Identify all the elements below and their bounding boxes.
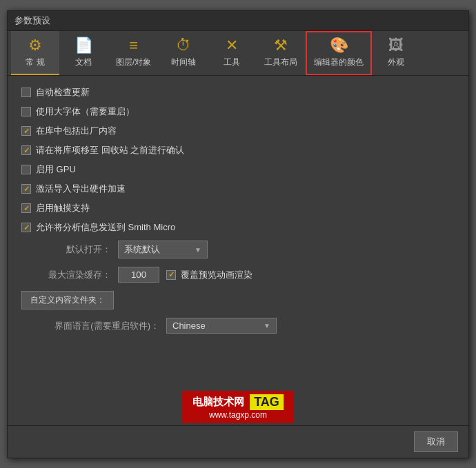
tab-appearance[interactable]: 🖼 外观 [372,31,420,75]
default-open-dropdown[interactable]: 系统默认 ▼ [118,241,208,258]
option-touch-support: 启用触摸支持 [21,202,455,214]
tab-toolslayout-label: 工具布局 [264,57,297,68]
form-row-custom-folder: 自定义内容文件夹： [21,291,455,309]
window-title: 参数预设 [14,15,50,26]
option-auto-check: 自动检查更新 [21,86,455,99]
tab-document-label: 文档 [75,57,92,68]
form-row-default-open: 默认打开： 系统默认 ▼ [21,241,455,258]
tab-general-label: 常 规 [26,57,44,68]
form-row-max-render: 最大渲染缓存： 覆盖预览动画渲染 [21,267,455,283]
timeline-icon: ⏱ [176,37,191,54]
label-big-font: 使用大字体（需要重启） [36,105,135,118]
tab-timeline-label: 时间轴 [171,57,196,68]
language-dropdown[interactable]: Chinese ▼ [166,318,277,334]
cb-big-font[interactable] [21,107,31,116]
tag-badge: TAG [250,394,284,410]
cb-hardware-accel[interactable] [21,184,31,194]
default-open-label: 默认打开： [21,243,111,256]
language-label: 界面语言(需要重启软件)： [21,320,159,332]
cb-include-factory[interactable] [21,126,31,136]
tab-appearance-label: 外观 [388,57,404,68]
dropdown-arrow-icon: ▼ [195,246,201,254]
cb-cover-preview[interactable] [166,270,176,280]
label-include-factory: 在库中包括出厂内容 [36,125,117,137]
tab-tools-label: 工具 [224,57,240,68]
option-analytics: 允许将分析信息发送到 Smith Micro [21,221,455,234]
form-row-language: 界面语言(需要重启软件)： Chinese ▼ [21,318,455,334]
layer-icon: ≡ [129,37,138,54]
tab-general[interactable]: ⚙ 常 规 [11,31,59,75]
cb-enable-gpu[interactable] [21,165,31,174]
tab-editorcolor[interactable]: 🎨 编辑器的颜色 [306,31,372,75]
option-confirm-trash: 请在将库项移至 回收站 之前进行确认 [21,144,455,156]
max-render-input[interactable] [118,267,159,283]
tab-editorcolor-label: 编辑器的颜色 [314,57,364,68]
general-icon: ⚙ [28,37,42,54]
language-value: Chinese [172,321,206,331]
tab-document[interactable]: 📄 文档 [59,31,108,75]
main-window: 参数预设 ⚙ 常 规 📄 文档 ≡ 图层/对象 ⏱ 时间轴 ✕ 工具 ⚒ [7,10,469,458]
tab-tools[interactable]: ✕ 工具 [208,31,256,75]
custom-folder-button[interactable]: 自定义内容文件夹： [21,291,114,309]
label-touch-support: 启用触摸支持 [36,202,90,214]
cb-auto-check[interactable] [21,88,31,97]
cancel-button[interactable]: 取消 [414,431,458,452]
settings-content: 自动检查更新 使用大字体（需要重启） 在库中包括出厂内容 请在将库项移至 回收站… [8,76,468,425]
tab-layer-label: 图层/对象 [116,57,151,68]
label-auto-check: 自动检查更新 [36,86,90,99]
language-dropdown-arrow-icon: ▼ [264,322,270,329]
cb-touch-support[interactable] [21,203,31,213]
tab-toolslayout[interactable]: ⚒ 工具布局 [256,31,306,75]
label-analytics: 允许将分析信息发送到 Smith Micro [36,221,175,234]
max-render-label: 最大渲染缓存： [21,269,111,281]
watermark-url: www.tagxp.com [192,410,284,420]
bottom-bar: 电脑技术网 TAG www.tagxp.com 取消 [8,425,468,458]
option-hardware-accel: 激活导入导出硬件加速 [21,183,455,195]
tab-layer[interactable]: ≡ 图层/对象 [108,31,159,75]
label-hardware-accel: 激活导入导出硬件加速 [36,183,126,195]
editorcolor-icon: 🎨 [330,37,348,54]
title-bar: 参数预设 [8,11,468,31]
tab-timeline[interactable]: ⏱ 时间轴 [159,31,208,75]
label-confirm-trash: 请在将库项移至 回收站 之前进行确认 [36,144,184,156]
option-big-font: 使用大字体（需要重启） [21,105,455,118]
label-enable-gpu: 启用 GPU [36,163,76,176]
toolbar: ⚙ 常 规 📄 文档 ≡ 图层/对象 ⏱ 时间轴 ✕ 工具 ⚒ 工具布局 [8,31,468,76]
cb-confirm-trash[interactable] [21,145,31,155]
option-enable-gpu: 启用 GPU [21,163,455,176]
watermark-text: 电脑技术网 [192,396,244,409]
tools-icon: ✕ [226,37,238,54]
default-open-value: 系统默认 [124,243,160,256]
cb-analytics[interactable] [21,223,31,232]
document-icon: 📄 [75,37,93,54]
toolslayout-icon: ⚒ [274,37,288,54]
option-include-factory: 在库中包括出厂内容 [21,125,455,137]
cover-preview-label: 覆盖预览动画渲染 [181,269,252,281]
appearance-icon: 🖼 [388,37,404,54]
